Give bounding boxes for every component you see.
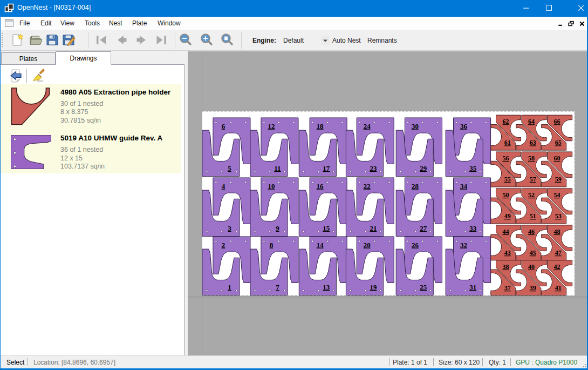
svg-text:36: 36	[460, 122, 468, 130]
svg-text:52: 52	[528, 191, 535, 199]
svg-text:34: 34	[460, 182, 468, 190]
svg-text:18: 18	[317, 122, 324, 130]
svg-text:29: 29	[420, 164, 427, 172]
svg-text:22: 22	[364, 182, 371, 190]
svg-text:44: 44	[503, 228, 509, 236]
svg-text:3: 3	[228, 224, 231, 232]
svg-text:66: 66	[554, 118, 560, 125]
svg-text:30: 30	[412, 122, 419, 130]
svg-text:17: 17	[323, 164, 330, 172]
svg-text:57: 57	[530, 176, 536, 183]
svg-text:40: 40	[528, 263, 535, 271]
svg-text:28: 28	[412, 182, 419, 190]
svg-text:13: 13	[323, 283, 330, 291]
svg-text:1: 1	[228, 283, 231, 291]
svg-text:47: 47	[555, 249, 562, 257]
svg-text:23: 23	[370, 164, 377, 172]
svg-text:25: 25	[420, 283, 427, 291]
svg-text:54: 54	[554, 191, 560, 199]
svg-text:33: 33	[469, 224, 477, 232]
svg-text:12: 12	[268, 122, 275, 130]
svg-text:5: 5	[228, 164, 231, 172]
svg-text:58: 58	[528, 154, 535, 162]
svg-text:37: 37	[504, 284, 511, 292]
svg-text:48: 48	[554, 228, 560, 236]
svg-text:46: 46	[528, 228, 535, 236]
svg-text:60: 60	[554, 154, 560, 162]
svg-text:4: 4	[222, 182, 225, 190]
svg-text:11: 11	[274, 164, 281, 172]
svg-text:63: 63	[530, 139, 536, 146]
svg-text:20: 20	[364, 241, 371, 249]
svg-text:51: 51	[530, 212, 536, 220]
svg-text:43: 43	[504, 249, 511, 257]
svg-text:39: 39	[530, 284, 536, 292]
svg-text:10: 10	[268, 182, 275, 190]
svg-text:38: 38	[503, 263, 509, 271]
svg-text:65: 65	[555, 139, 562, 146]
svg-text:15: 15	[323, 224, 330, 232]
svg-text:19: 19	[370, 283, 377, 291]
svg-text:55: 55	[504, 176, 511, 183]
svg-text:2: 2	[222, 241, 225, 249]
svg-text:35: 35	[469, 164, 477, 172]
svg-text:49: 49	[504, 212, 511, 220]
svg-text:26: 26	[412, 241, 419, 249]
svg-text:41: 41	[555, 284, 562, 292]
svg-text:42: 42	[554, 263, 560, 271]
svg-text:24: 24	[364, 122, 371, 130]
svg-text:59: 59	[555, 176, 562, 183]
svg-text:61: 61	[504, 139, 511, 146]
svg-text:31: 31	[469, 283, 476, 291]
svg-text:62: 62	[503, 118, 509, 125]
svg-text:50: 50	[503, 191, 509, 199]
svg-text:64: 64	[528, 118, 535, 125]
svg-text:6: 6	[222, 122, 225, 130]
svg-text:14: 14	[317, 241, 324, 249]
svg-text:32: 32	[460, 241, 467, 249]
svg-text:45: 45	[530, 249, 536, 257]
svg-text:53: 53	[555, 212, 562, 220]
svg-text:27: 27	[420, 224, 427, 232]
svg-text:7: 7	[276, 283, 279, 291]
svg-text:21: 21	[370, 224, 377, 232]
svg-text:9: 9	[276, 224, 279, 232]
svg-text:8: 8	[270, 241, 274, 249]
svg-text:16: 16	[317, 182, 324, 190]
svg-text:56: 56	[503, 154, 509, 162]
